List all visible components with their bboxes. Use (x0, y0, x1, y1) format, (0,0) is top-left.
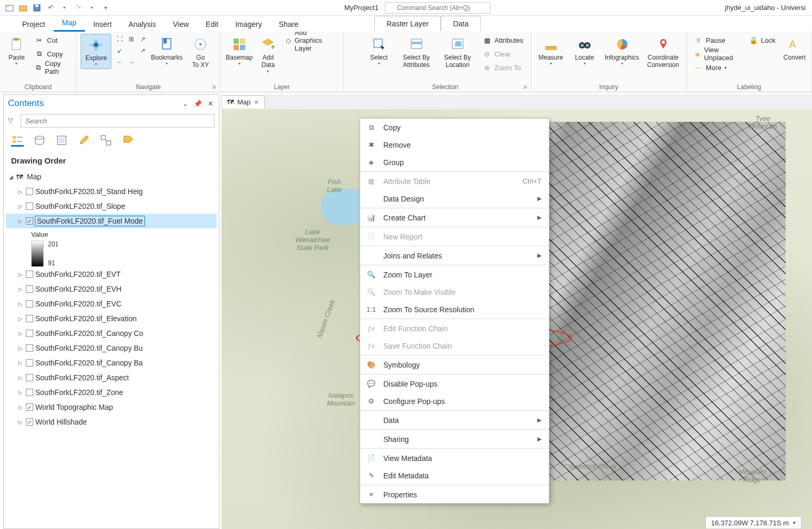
back-icon[interactable]: ← (114, 57, 125, 68)
expand-icon[interactable]: ▷ (17, 345, 24, 351)
open-project-icon[interactable] (19, 4, 27, 12)
layer-row[interactable]: ▷SouthForkLF2020.tif_Zone (6, 385, 217, 400)
expand-icon[interactable]: ▷ (17, 390, 24, 396)
dialog-launcher-icon[interactable]: ⇲ (523, 84, 527, 90)
zoom-out-icon[interactable]: ↙ (114, 45, 125, 56)
menu-item-sharing[interactable]: Sharing▶ (360, 430, 549, 448)
menu-item-remove[interactable]: ✖Remove (360, 136, 549, 153)
menu-item-copy[interactable]: ⧉Copy (360, 119, 549, 136)
menu-item-create-chart[interactable]: 📊Create Chart▶ (360, 209, 549, 226)
menu-item-joins-and-relates[interactable]: Joins and Relates▶ (360, 247, 549, 264)
view-unplaced-button[interactable]: ◈View Unplaced (691, 47, 743, 60)
user-label[interactable]: jhyde_ui_uidaho - Universi (725, 4, 812, 12)
tab-imagery[interactable]: Imagery (227, 17, 270, 32)
tab-analysis[interactable]: Analysis (120, 17, 165, 32)
copy-button[interactable]: ⧉Copy (32, 47, 72, 60)
expand-icon[interactable]: ▷ (17, 286, 24, 292)
menu-item-edit-metadata[interactable]: ✎Edit Metadata (360, 467, 549, 484)
layer-visibility-checkbox[interactable] (26, 374, 33, 381)
collapse-icon[interactable]: ◢ (8, 174, 14, 180)
menu-item-zoom-to-source-resolution[interactable]: 1:1Zoom To Source Resolution (360, 301, 549, 318)
close-icon[interactable]: ✕ (206, 99, 215, 108)
contents-search-input[interactable] (21, 114, 215, 128)
pin-icon[interactable]: 📌 (194, 99, 202, 108)
save-icon[interactable] (33, 4, 41, 12)
full-extent-icon[interactable]: ⛶ (114, 34, 125, 44)
close-tab-icon[interactable]: ✕ (254, 99, 259, 106)
menu-item-disable-pop-ups[interactable]: 💬Disable Pop-ups (360, 375, 549, 392)
chevron-down-icon[interactable]: ▾ (793, 520, 796, 525)
tab-data[interactable]: Data (441, 16, 481, 31)
coordinate-display[interactable]: 16,372.09W 7,178.71S m ▾ (705, 516, 801, 529)
bookmarks-button[interactable]: Bookmarks ▾ (151, 34, 182, 68)
attributes-button[interactable]: ▦Attributes (480, 34, 527, 46)
layer-row[interactable]: ▷SouthForkLF2020.tif_Canopy Co (6, 326, 217, 341)
data-source-icon[interactable] (33, 134, 46, 147)
coordinate-conversion-button[interactable]: Coordinate Conversion (644, 34, 682, 71)
layer-row[interactable]: ▷SouthForkLF2020.tif_EVC (6, 296, 217, 311)
undo-icon[interactable]: ↶ (46, 4, 55, 12)
menu-item-zoom-to-layer[interactable]: 🔍Zoom To Layer (360, 266, 549, 283)
layer-visibility-checkbox[interactable] (26, 389, 33, 396)
expand-icon[interactable]: ▷ (17, 272, 24, 277)
layer-row[interactable]: ▷World Hillshade (6, 415, 217, 429)
zoom-in-icon[interactable]: ↗ (138, 45, 148, 56)
cut-button[interactable]: ✂Cut (32, 34, 72, 46)
fwd-icon[interactable]: → (126, 57, 137, 68)
explore-button[interactable]: Explore ▾ (81, 34, 111, 69)
tab-project[interactable]: Project (14, 17, 54, 32)
layer-visibility-checkbox[interactable] (26, 315, 33, 322)
layer-row[interactable]: ▷SouthForkLF2020.tif_Elevation (6, 311, 217, 326)
labeling-view-icon[interactable] (122, 134, 134, 147)
goto-xy-button[interactable]: Go To XY (185, 34, 216, 71)
layer-row[interactable]: ▷SouthForkLF2020.tif_Canopy Bu (6, 341, 217, 355)
layer-row[interactable]: ▷SouthForkLF2020.tif_EVT (6, 267, 217, 282)
tab-insert[interactable]: Insert (85, 17, 120, 32)
fixed-zoom-in-icon[interactable]: ↗ (138, 34, 148, 44)
menu-item-group[interactable]: ◈Group (360, 153, 549, 171)
tab-view[interactable]: View (165, 17, 197, 32)
new-project-icon[interactable] (5, 4, 14, 12)
locate-button[interactable]: Locate▾ (569, 34, 600, 68)
command-search-input[interactable] (385, 2, 490, 14)
tab-edit[interactable]: Edit (197, 17, 227, 32)
layer-visibility-checkbox[interactable] (26, 403, 33, 411)
tab-map[interactable]: Map (54, 15, 85, 32)
expand-icon[interactable]: ▷ (17, 360, 24, 366)
layer-visibility-checkbox[interactable] (26, 344, 33, 352)
layer-row[interactable]: ▷SouthForkLF2020.tif_Fuel Mode (6, 214, 217, 228)
layer-row[interactable]: ▷SouthForkLF2020.tif_Canopy Ba (6, 355, 217, 370)
dialog-launcher-icon[interactable]: ⇲ (211, 84, 216, 90)
layer-row[interactable]: ▷SouthForkLF2020.tif_Stand Heig (6, 184, 217, 199)
layer-visibility-checkbox[interactable] (26, 271, 33, 278)
menu-item-data-design[interactable]: Data Design▶ (360, 190, 549, 207)
expand-icon[interactable]: ▷ (17, 316, 24, 322)
add-data-button[interactable]: + Add Data ▾ (257, 34, 279, 76)
layer-visibility-checkbox[interactable] (26, 330, 33, 337)
redo-dropdown-icon[interactable]: ▾ (88, 4, 96, 12)
layer-visibility-checkbox[interactable] (26, 217, 33, 225)
convert-labels-button[interactable]: AConvert (782, 34, 807, 63)
measure-button[interactable]: Measure▾ (536, 34, 566, 68)
undo-dropdown-icon[interactable]: ▾ (60, 4, 69, 12)
expand-icon[interactable]: ▷ (17, 331, 24, 336)
tab-raster-layer[interactable]: Raster Layer (374, 16, 441, 31)
menu-item-properties[interactable]: ≡Properties (360, 486, 549, 503)
expand-icon[interactable]: ▷ (17, 405, 24, 410)
snapping-view-icon[interactable] (100, 134, 112, 147)
basemap-button[interactable]: Basemap ▾ (225, 34, 254, 68)
infographics-button[interactable]: Infographics▾ (603, 34, 641, 68)
layer-visibility-checkbox[interactable] (26, 203, 33, 210)
layer-visibility-checkbox[interactable] (26, 188, 33, 195)
expand-icon[interactable]: ▷ (17, 419, 24, 425)
layer-visibility-checkbox[interactable] (26, 418, 33, 426)
layer-row[interactable]: ▷SouthForkLF2020.tif_EVH (6, 282, 217, 296)
pause-labeling-button[interactable]: ⏸Pause (691, 34, 743, 46)
select-by-attributes-button[interactable]: Select By Attributes (398, 34, 436, 71)
expand-icon[interactable]: ▷ (17, 218, 24, 224)
map-node[interactable]: ◢ 🗺 Map (6, 169, 217, 184)
menu-item-view-metadata[interactable]: 📄View Metadata (360, 449, 549, 467)
menu-item-symbology[interactable]: 🎨Symbology (360, 356, 549, 373)
layer-row[interactable]: ▷SouthForkLF2020.tif_Slope (6, 199, 217, 214)
copy-path-button[interactable]: ⧉Copy Path (32, 61, 72, 74)
